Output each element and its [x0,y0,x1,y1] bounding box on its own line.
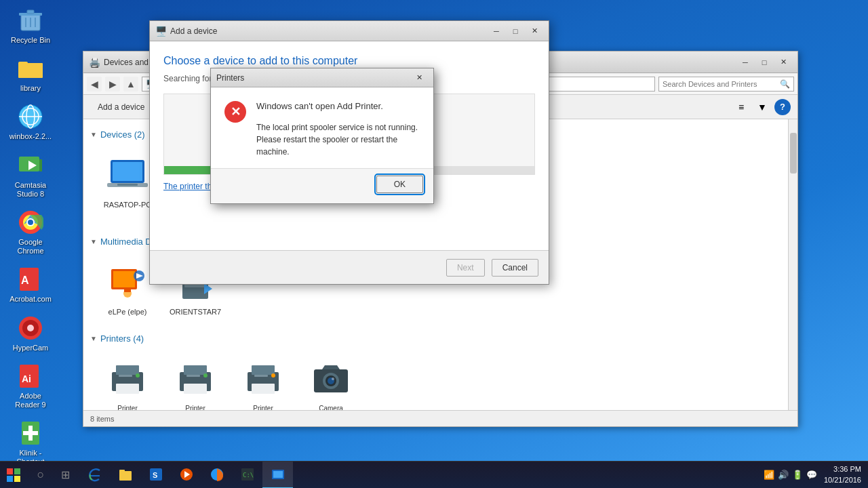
svg-point-68 [136,373,140,378]
svg-point-83 [332,378,334,380]
firefox-taskbar-icon [210,467,224,482]
task-view-button[interactable]: ⊞ [54,462,76,489]
devices-chevron: ▼ [90,131,97,138]
back-button[interactable]: ◀ [87,77,102,92]
hypercam-icon [17,314,44,342]
taskbar-store-button[interactable]: S [140,462,171,489]
device-item-printer1[interactable]: Printer [97,354,158,410]
up-button[interactable]: ▲ [123,77,138,92]
error-close-button[interactable]: ✕ [410,71,428,85]
cancel-button[interactable]: Cancel [492,259,538,277]
error-dialog: Printers ✕ ✕ Windows can't open Add Prin… [210,68,434,204]
printer3-label: Printer [253,404,273,410]
start-button[interactable] [0,462,27,489]
maximize-button[interactable]: □ [755,56,773,69]
taskbar-datetime: 3:36 PM 10/21/2016 [824,464,861,485]
device-item-camera[interactable]: Camera [300,354,361,410]
svg-rect-77 [254,375,268,377]
camera-icon [309,357,353,401]
search-box[interactable]: 🔍 [658,77,794,92]
acrobat-icon: A [17,266,44,293]
view-toggle-button[interactable]: ▼ [753,99,771,115]
svg-rect-72 [186,375,200,377]
acrobat-label: Acrobat.com [9,295,52,304]
taskbar-search-button[interactable]: ○ [27,462,54,489]
status-bar: 8 items [83,410,797,426]
svg-text:S: S [153,471,157,479]
adobe-reader-icon: Ai [17,363,44,390]
view-options-button[interactable]: ≡ [732,99,750,115]
desktop-icon-acrobat[interactable]: A Acrobat.com [3,262,58,307]
chrome-icon [17,209,44,236]
desktop-icon-winbox[interactable]: winbox-2.2... [3,100,58,144]
winbox-label: winbox-2.2... [9,132,52,141]
desktop-icon-camtasia[interactable]: Camtasia Studio 8 [3,148,58,202]
taskbar-edge-button[interactable] [79,462,110,489]
scroll-track[interactable] [788,119,797,410]
add-device-minimize[interactable]: ─ [488,24,505,38]
taskbar-explorer-button[interactable] [110,462,140,489]
taskbar-firefox-button[interactable] [201,462,232,489]
add-device-controls: ─ □ ✕ [488,24,543,38]
printers-section-header[interactable]: ▼ Printers (4) [90,333,781,344]
volume-icon: 🔊 [778,470,789,480]
scroll-thumb[interactable] [790,133,797,174]
desktop-icon-chrome[interactable]: Google Chrome [3,205,58,259]
add-device-button[interactable]: Add a device [90,98,152,117]
add-device-footer: Next Cancel [150,250,549,284]
recycle-bin-label: Recycle Bin [11,36,50,45]
taskbar-media-button[interactable] [171,462,201,489]
svg-point-73 [203,373,208,378]
svg-rect-76 [252,384,275,394]
items-count: 8 items [90,415,114,423]
error-content: ✕ Windows can't open Add Printer. The lo… [211,87,433,168]
desktop-icon-library[interactable]: library [3,52,58,96]
chrome-label: Google Chrome [7,238,54,256]
device-item-printer2[interactable]: Printer [165,354,226,410]
svg-rect-66 [116,384,139,394]
next-button[interactable]: Next [446,259,485,277]
media-player-icon [179,467,194,482]
desktop-icon-recycle-bin[interactable]: Recycle Bin [3,3,58,48]
close-button[interactable]: ✕ [774,56,792,69]
taskbar-terminal-button[interactable]: C:\ [232,462,262,489]
adobe-reader-label: Adobe Reader 9 [7,392,54,409]
forward-button[interactable]: ▶ [105,77,120,92]
svg-rect-94 [273,471,283,478]
help-button[interactable]: ? [774,99,791,115]
taskbar-date-display: 10/21/2016 [824,475,861,485]
error-message-body: The local print spooler service is not r… [256,121,420,158]
add-device-close[interactable]: ✕ [526,24,543,38]
svg-rect-71 [184,384,207,394]
error-title: Printers [216,73,410,83]
elpe-label: eLPe (elpe) [108,307,147,317]
svg-rect-65 [116,365,139,375]
minimize-button[interactable]: ─ [736,56,754,69]
windows-logo-icon [7,468,20,482]
desktop-icon-hypercam[interactable]: HyperCam [3,311,58,356]
notification-icon[interactable]: 💬 [806,470,817,480]
svg-rect-2 [27,10,34,14]
ok-button[interactable]: OK [376,176,423,193]
device-item-printer3[interactable]: Printer [233,354,294,410]
explorer-icon [118,467,133,482]
svg-rect-44 [113,162,142,181]
svg-rect-75 [252,365,275,375]
add-device-maximize[interactable]: □ [507,24,524,38]
error-message-title: Windows can't open Add Printer. [256,101,420,111]
toolbar-right: ≡ ▼ ? [732,99,791,115]
desktop-icon-adobe-reader[interactable]: Ai Adobe Reader 9 [3,359,58,413]
printers-label: Printers (4) [100,333,144,344]
taskbar-devices-button[interactable] [262,462,293,489]
search-input[interactable] [663,80,778,88]
svg-rect-46 [117,184,138,186]
battery-icon: 🔋 [792,470,803,480]
window-icon: 🖨️ [89,57,100,68]
taskbar-apps: S C:\ [79,462,293,488]
svg-rect-70 [184,365,207,375]
camtasia-label: Camtasia Studio 8 [7,181,54,199]
devices-taskbar-icon [271,467,285,482]
window-controls: ─ □ ✕ [736,56,792,69]
desktop-icons-container: Recycle Bin library winbox-2.2... [3,3,58,488]
multimedia-chevron: ▼ [90,238,97,245]
